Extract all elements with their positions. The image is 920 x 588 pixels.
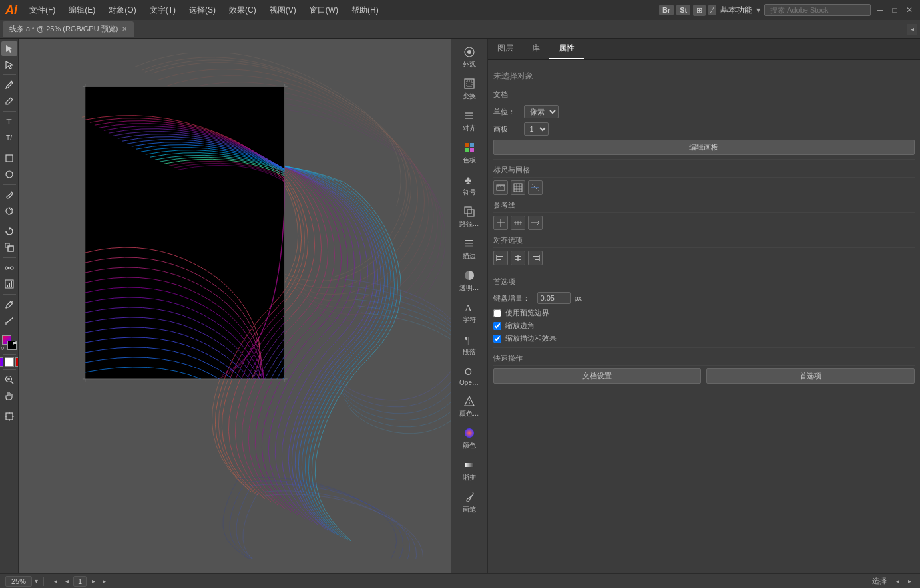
- ruler-button[interactable]: [493, 180, 508, 195]
- scale-strokes-label[interactable]: 缩放描边和效果: [505, 333, 557, 343]
- measure-tool[interactable]: [1, 313, 17, 328]
- tab-library[interactable]: 库: [523, 39, 549, 59]
- gradient-fill-btn[interactable]: [0, 357, 3, 367]
- panel-pathfinder[interactable]: 路径…: [451, 201, 487, 233]
- align-right-button[interactable]: [528, 251, 543, 265]
- artboard-select[interactable]: 1: [524, 122, 549, 136]
- guides-button[interactable]: [528, 180, 543, 195]
- transform-icon: [463, 77, 476, 90]
- menu-effect[interactable]: 效果(C): [225, 5, 260, 16]
- canvas-area[interactable]: [19, 39, 451, 573]
- select-tool[interactable]: [1, 41, 17, 56]
- right-blue-swirl: [332, 279, 451, 434]
- toolbar-layout-icon[interactable]: ⊞: [693, 5, 706, 16]
- svg-rect-6: [8, 246, 13, 251]
- menu-window[interactable]: 窗口(W): [306, 5, 342, 16]
- blob-brush-tool[interactable]: [1, 204, 17, 218]
- color-boxes[interactable]: ⇄ ↺: [2, 335, 17, 350]
- menu-help[interactable]: 帮助(H): [347, 5, 383, 16]
- panel-paragraph[interactable]: ¶ 段落: [451, 329, 487, 361]
- tab-layers[interactable]: 图层: [488, 39, 523, 59]
- panel-gradient[interactable]: 渐变: [451, 454, 487, 486]
- rotate-tool[interactable]: [1, 224, 17, 239]
- close-tab-icon[interactable]: ✕: [122, 25, 127, 33]
- keyboard-increment-input[interactable]: [537, 292, 571, 304]
- menu-select[interactable]: 选择(S): [185, 5, 220, 16]
- scale-tool[interactable]: [1, 240, 17, 255]
- panel-character[interactable]: A 字符: [451, 297, 487, 329]
- direct-select-tool[interactable]: [1, 57, 17, 72]
- zoom-in-tool[interactable]: [1, 372, 17, 387]
- blend-tool[interactable]: [1, 261, 17, 275]
- scale-corners-checkbox[interactable]: [493, 322, 501, 330]
- text-tool[interactable]: T: [1, 114, 17, 129]
- grid-button[interactable]: [511, 180, 525, 195]
- last-artboard-button[interactable]: ▸|: [100, 576, 111, 587]
- panel-opentype[interactable]: O Ope…: [451, 361, 487, 390]
- preview-bounds-checkbox[interactable]: [493, 309, 501, 317]
- hand-tool[interactable]: [1, 388, 17, 403]
- edit-artboard-button[interactable]: 编辑画板: [493, 140, 915, 155]
- props-tabs: 图层 库 属性: [488, 39, 921, 60]
- pen-tool[interactable]: [1, 78, 17, 92]
- maximize-button[interactable]: □: [889, 5, 900, 15]
- edit-guide-button[interactable]: [511, 216, 525, 230]
- menu-file[interactable]: 文件(F): [25, 5, 59, 16]
- zoom-dropdown-icon[interactable]: ▾: [35, 577, 38, 585]
- preview-bounds-label[interactable]: 使用预览边界: [505, 308, 549, 318]
- brush-preset-icon[interactable]: ∕: [708, 5, 716, 15]
- workspace-dropdown-icon[interactable]: ▾: [756, 5, 760, 15]
- doc-settings-button[interactable]: 文档设置: [493, 368, 702, 384]
- stock-icon[interactable]: St: [676, 5, 690, 15]
- paintbrush-tool[interactable]: [1, 188, 17, 202]
- panel-collapse-button[interactable]: ◂: [907, 24, 917, 35]
- menu-edit[interactable]: 编辑(E): [65, 5, 99, 16]
- rect-tool[interactable]: [1, 151, 17, 166]
- tab-properties[interactable]: 属性: [549, 39, 584, 59]
- preferences-button[interactable]: 首选项: [706, 368, 915, 384]
- align-left-button[interactable]: [493, 251, 508, 265]
- minimize-button[interactable]: ─: [875, 5, 885, 15]
- clear-guide-button[interactable]: [528, 216, 543, 230]
- menu-view[interactable]: 视图(V): [266, 5, 300, 16]
- panel-transform[interactable]: 变换: [451, 73, 487, 105]
- scale-strokes-checkbox[interactable]: [493, 335, 501, 343]
- add-guide-button[interactable]: [493, 216, 508, 230]
- guides-grid: [493, 216, 915, 230]
- panel-color[interactable]: 颜色: [451, 422, 487, 454]
- prev-artboard-button[interactable]: ◂: [61, 576, 72, 587]
- document-tab[interactable]: 线条.ai* @ 25% (RGB/GPU 预览) ✕: [3, 21, 134, 37]
- panel-symbols[interactable]: ♣ 符号: [451, 169, 487, 201]
- status-arrow-left[interactable]: ◂: [892, 576, 903, 587]
- align-center-button[interactable]: [511, 251, 525, 265]
- ellipse-tool[interactable]: [1, 167, 17, 182]
- unit-select[interactable]: 像素: [524, 105, 559, 118]
- pencil-tool[interactable]: [1, 94, 17, 108]
- search-input[interactable]: [764, 4, 871, 16]
- status-arrow-right[interactable]: ▸: [904, 576, 915, 587]
- current-tool-label: 选择: [872, 576, 887, 586]
- menu-type[interactable]: 文字(T): [146, 5, 180, 16]
- scale-corners-label[interactable]: 缩放边角: [505, 321, 535, 331]
- artboard-tool[interactable]: [1, 409, 17, 424]
- canvas-content: [19, 39, 451, 573]
- artboard-num-input[interactable]: [73, 576, 87, 587]
- menu-object[interactable]: 对象(O): [105, 5, 140, 16]
- next-artboard-button[interactable]: ▸: [88, 576, 99, 587]
- panel-appearance[interactable]: 外观: [451, 41, 487, 73]
- first-artboard-button[interactable]: |◂: [49, 576, 60, 587]
- bridge-icon[interactable]: Br: [659, 5, 674, 15]
- panel-transparency[interactable]: 透明…: [451, 265, 487, 297]
- touch-type-tool[interactable]: T/: [1, 130, 17, 145]
- panel-swatches[interactable]: 色板: [451, 137, 487, 169]
- panel-color-guide[interactable]: 颜色…: [451, 390, 487, 422]
- graph-tool[interactable]: [1, 277, 17, 291]
- workspace-label: 基本功能: [720, 5, 752, 16]
- panel-align[interactable]: 对齐: [451, 105, 487, 137]
- white-fill-btn[interactable]: [5, 357, 14, 367]
- close-button[interactable]: ✕: [904, 5, 915, 15]
- zoom-input[interactable]: [5, 576, 32, 587]
- panel-brushes[interactable]: 画笔: [451, 486, 487, 518]
- panel-stroke[interactable]: 描边: [451, 233, 487, 265]
- eyedropper-tool[interactable]: [1, 297, 17, 312]
